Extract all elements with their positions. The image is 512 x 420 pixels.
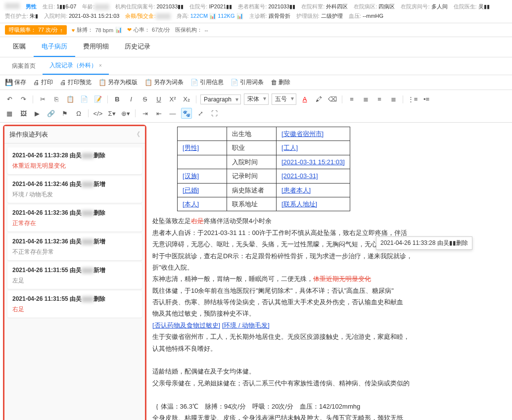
ins-item: 医保机构：-- — [175, 26, 208, 34]
trace-item[interactable]: 2021-04-26 11:32:46 由吴新增环境 / 动物毛发 — [7, 176, 142, 203]
trash-icon: 🗑 — [271, 79, 277, 86]
paw-icon[interactable]: 🐾 — [181, 108, 192, 119]
anchor-icon[interactable]: ⚑ — [59, 108, 70, 119]
subtab-admission[interactable]: 入院记录（外科）× — [43, 57, 109, 75]
patient-header: 男性 生日: 1▮▮6-07 年龄: 机构住院病案号: 2021033▮▮ 住院… — [0, 0, 512, 23]
collapse-icon[interactable]: 《 — [134, 130, 140, 139]
preview-button[interactable]: 🖨打印预览 — [60, 78, 92, 87]
numbered-list-icon[interactable]: ⋮≡ — [407, 94, 418, 105]
image-icon[interactable]: 🖼 — [18, 108, 29, 119]
align-center-icon[interactable]: ≣ — [360, 94, 371, 105]
table-cell: 记录时间 — [227, 169, 277, 183]
trace-item[interactable]: 2021-04-26 11:31:55 由吴删除右足 — [7, 291, 142, 318]
paste-icon[interactable]: 📋 — [65, 94, 76, 105]
table-cell: 入院时间 — [227, 155, 277, 169]
paragraph-select[interactable]: Paragraph — [200, 94, 241, 104]
env-link[interactable]: [环境 / 动物毛发] — [222, 322, 270, 329]
textcolor-icon[interactable]: A — [299, 94, 310, 105]
source-icon[interactable]: </> — [93, 108, 103, 119]
font-select[interactable]: 宋体 — [244, 93, 269, 105]
omega-icon[interactable]: Ω — [73, 108, 84, 119]
allergy-link[interactable]: [否认药物及食物过敏史] — [152, 322, 220, 329]
field-link[interactable]: [本人] — [183, 200, 199, 208]
field-link[interactable]: [汉族] — [183, 172, 199, 180]
table-cell: [安徽省宿州市] — [277, 127, 350, 141]
paste-word-icon[interactable]: 📝 — [93, 94, 103, 105]
vitals-row: 呼吸频率：77 次/分 ↑ ♥脉搏：78 bpm 📊 ❤心率：67次/分 医保机… — [0, 23, 512, 37]
align-left-icon[interactable]: ≡ — [346, 94, 357, 105]
table-cell: 病史陈述者 — [227, 183, 277, 197]
expand-icon[interactable]: ⤢ — [195, 108, 206, 119]
save-button[interactable]: 💾保存 — [5, 78, 26, 87]
cut-icon[interactable]: ✂ — [37, 94, 48, 105]
bgcolor-icon[interactable]: 🖍 — [313, 94, 324, 105]
redo-icon[interactable]: ↷ — [18, 94, 29, 105]
table-cell: [工人] — [277, 141, 350, 155]
table-cell: 出生地 — [227, 127, 277, 141]
patient-info-table: 出生地[安徽省宿州市][男性]职业[工人]入院时间[2021-03-31 15:… — [177, 127, 350, 211]
field-link[interactable]: [已婚] — [183, 187, 199, 194]
doc-area[interactable]: 出生地[安徽省宿州市][男性]职业[工人]入院时间[2021-03-31 15:… — [146, 123, 512, 420]
print-button[interactable]: 🖨打印 — [33, 78, 53, 87]
trace-list: 2021-04-26 11:33:28 由吴删除体重近期无明显变化2021-04… — [4, 143, 145, 420]
delete-button[interactable]: 🗑删除 — [271, 78, 290, 87]
paste-text-icon[interactable]: 📄 — [79, 94, 90, 105]
quote-info-button[interactable]: 📄引用信息 — [190, 78, 224, 87]
trace-item[interactable]: 2021-04-26 11:31:55 由吴新增左足 — [7, 262, 142, 289]
quote-term-button[interactable]: 📄引用词条 — [231, 78, 264, 87]
underline-icon[interactable]: U — [153, 94, 164, 105]
undo-icon[interactable]: ↶ — [4, 94, 15, 105]
content-area: 操作痕迹列表 《 2021-04-26 11:33:28 由吴删除体重近期无明显… — [0, 123, 512, 420]
field-link[interactable]: [安徽省宿州市] — [281, 130, 324, 138]
field-link[interactable]: [联系人地址] — [281, 200, 317, 208]
field-link[interactable]: [患者本人] — [281, 187, 311, 194]
trace-item[interactable]: 2021-04-26 11:32:36 由吴删除正常存在 — [7, 205, 142, 232]
table-cell — [178, 127, 227, 141]
trace-item[interactable]: 2021-04-26 11:32:36 由吴新增不正常存在异常 — [7, 233, 142, 260]
media-icon[interactable]: ▶ — [32, 108, 43, 119]
table-icon[interactable]: ▦ — [4, 108, 15, 119]
print-icon: 🖨 — [33, 79, 40, 86]
quote-term-icon: 📄 — [231, 79, 238, 86]
fullscreen-icon[interactable]: ⛶ — [209, 108, 220, 119]
subtab-home[interactable]: 病案首页 — [5, 57, 43, 75]
italic-icon[interactable]: I — [126, 94, 137, 105]
save-template-button[interactable]: 📋另存为模版 — [98, 78, 138, 87]
field-link[interactable]: [工人] — [281, 144, 298, 151]
template-icon: 📋 — [98, 79, 106, 86]
quote-icon: 📄 — [190, 79, 198, 86]
strike-icon[interactable]: S — [140, 94, 150, 105]
bold-icon[interactable]: B — [112, 94, 123, 105]
field-link[interactable]: [男性] — [183, 144, 199, 151]
align-justify-icon[interactable]: ≣ — [388, 94, 399, 105]
field-link[interactable]: [2021-03-31 15:21:03] — [281, 158, 345, 166]
align-right-icon[interactable]: ≡ — [374, 94, 385, 105]
tab-emr[interactable]: 电子病历 — [34, 37, 75, 57]
gender-value: 男性 — [26, 3, 37, 9]
tab-history[interactable]: 历史记录 — [117, 37, 158, 57]
link-icon[interactable]: 🔗 — [46, 108, 56, 119]
trace-title: 操作痕迹列表 — [9, 130, 48, 139]
save-term-button[interactable]: 📋另存为词条 — [144, 78, 184, 87]
sigma-icon[interactable]: Σ▾ — [106, 108, 117, 119]
size-select[interactable]: 五号 — [272, 93, 296, 105]
outdent-icon[interactable]: ⇤ — [153, 108, 164, 119]
tab-orders[interactable]: 医嘱 — [5, 37, 34, 57]
bullet-list-icon[interactable]: •≡ — [421, 94, 432, 105]
strike-weight[interactable]: 体重近期无明显变化 — [313, 275, 371, 282]
field-link[interactable]: [2021-03-31] — [281, 172, 318, 180]
table-cell: [已婚] — [178, 183, 227, 197]
hr-icon[interactable]: — — [167, 108, 178, 119]
indent-icon[interactable]: ⇥ — [140, 108, 150, 119]
hr-item: ❤心率：67次/分 — [127, 26, 170, 34]
clearformat-icon[interactable]: ⌫ — [327, 94, 338, 105]
trace-item[interactable]: 2021-04-26 11:33:28 由吴删除体重近期无明显变化 — [7, 147, 142, 174]
pulse-item: ♥脉搏：78 bpm 📊 — [72, 26, 122, 34]
copy-icon[interactable]: ⎘ — [51, 94, 62, 105]
close-icon[interactable]: × — [99, 63, 102, 68]
plus-icon[interactable]: ⊕▾ — [120, 108, 131, 119]
subscript-icon[interactable]: X₂ — [181, 94, 192, 105]
tab-fee[interactable]: 费用明细 — [75, 37, 117, 57]
action-bar: 💾保存 🖨打印 🖨打印预览 📋另存为模版 📋另存为词条 📄引用信息 📄引用词条 … — [0, 75, 512, 90]
superscript-icon[interactable]: X² — [167, 94, 178, 105]
